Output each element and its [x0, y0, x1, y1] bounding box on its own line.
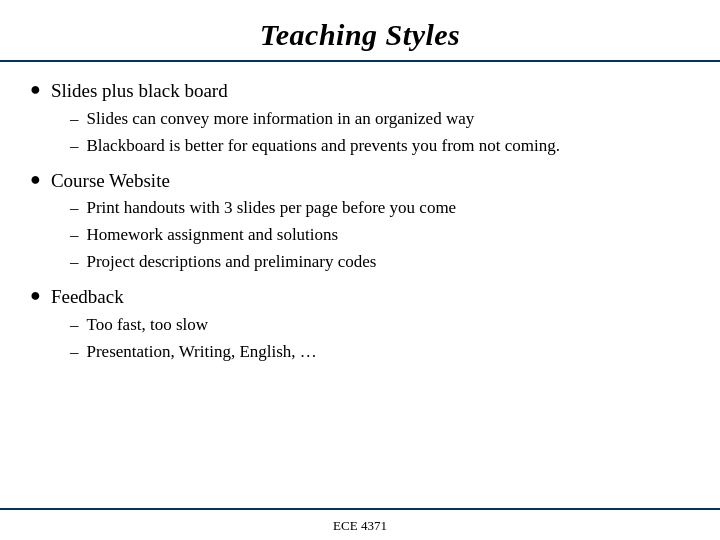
sub-bullet-text-website-3: Project descriptions and preliminary cod… — [87, 251, 377, 274]
slide: Teaching Styles ● Slides plus black boar… — [0, 0, 720, 540]
main-bullet-text-slides: Slides plus black board — [51, 78, 228, 104]
bullet-dot-3: ● — [30, 285, 41, 306]
sub-bullet-text-slides-1: Slides can convey more information in an… — [87, 108, 475, 131]
dash-slides-2: – — [70, 136, 79, 156]
slide-footer: ECE 4371 — [0, 508, 720, 540]
slide-header: Teaching Styles — [0, 0, 720, 62]
sub-bullet-website-2: – Homework assignment and solutions — [70, 224, 680, 247]
sub-bullet-text-slides-2: Blackboard is better for equations and p… — [87, 135, 561, 158]
sub-bullets-website: – Print handouts with 3 slides per page … — [70, 197, 680, 274]
dash-website-2: – — [70, 225, 79, 245]
footer-text: ECE 4371 — [333, 518, 387, 533]
main-bullet-text-feedback: Feedback — [51, 284, 124, 310]
sub-bullets-feedback: – Too fast, too slow – Presentation, Wri… — [70, 314, 680, 364]
sub-bullet-feedback-1: – Too fast, too slow — [70, 314, 680, 337]
bullet-section-feedback: ● Feedback – Too fast, too slow – Presen… — [30, 284, 680, 364]
sub-bullets-slides: – Slides can convey more information in … — [70, 108, 680, 158]
dash-feedback-1: – — [70, 315, 79, 335]
dash-website-1: – — [70, 198, 79, 218]
slide-title: Teaching Styles — [40, 18, 680, 52]
sub-bullet-website-1: – Print handouts with 3 slides per page … — [70, 197, 680, 220]
dash-feedback-2: – — [70, 342, 79, 362]
sub-bullet-slides-1: – Slides can convey more information in … — [70, 108, 680, 131]
bullet-dot-2: ● — [30, 169, 41, 190]
bullet-section-website: ● Course Website – Print handouts with 3… — [30, 168, 680, 274]
sub-bullet-text-website-2: Homework assignment and solutions — [87, 224, 339, 247]
dash-website-3: – — [70, 252, 79, 272]
slide-content: ● Slides plus black board – Slides can c… — [0, 62, 720, 508]
sub-bullet-slides-2: – Blackboard is better for equations and… — [70, 135, 680, 158]
sub-bullet-text-feedback-1: Too fast, too slow — [87, 314, 209, 337]
main-bullet-website: ● Course Website — [30, 168, 680, 194]
sub-bullet-website-3: – Project descriptions and preliminary c… — [70, 251, 680, 274]
sub-bullet-text-website-1: Print handouts with 3 slides per page be… — [87, 197, 457, 220]
bullet-dot-1: ● — [30, 79, 41, 100]
dash-slides-1: – — [70, 109, 79, 129]
sub-bullet-text-feedback-2: Presentation, Writing, English, … — [87, 341, 317, 364]
sub-bullet-feedback-2: – Presentation, Writing, English, … — [70, 341, 680, 364]
main-bullet-feedback: ● Feedback — [30, 284, 680, 310]
main-bullet-text-website: Course Website — [51, 168, 170, 194]
bullet-section-slides: ● Slides plus black board – Slides can c… — [30, 78, 680, 158]
main-bullet-slides: ● Slides plus black board — [30, 78, 680, 104]
